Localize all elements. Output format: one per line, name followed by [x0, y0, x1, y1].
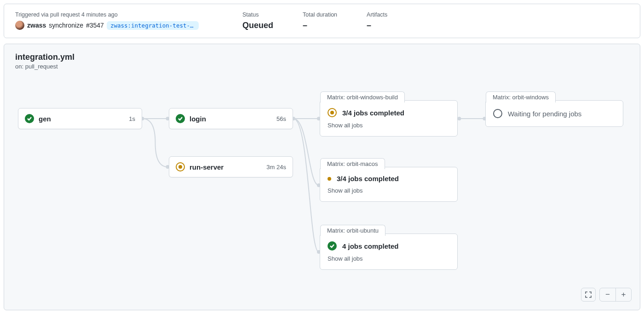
- show-all-jobs[interactable]: Show all jobs: [328, 187, 450, 194]
- trigger-user[interactable]: zwass: [27, 22, 46, 29]
- check-icon: [328, 241, 337, 251]
- running-icon: [176, 162, 185, 171]
- status-value: Queued: [242, 21, 273, 30]
- show-all-jobs[interactable]: Show all jobs: [328, 122, 450, 129]
- duration-value: –: [303, 21, 337, 30]
- trigger-label: Triggered via pull request 4 minutes ago: [15, 11, 213, 18]
- workflow-canvas[interactable]: gen 1s login 56s run-server 3m 24s Matri…: [4, 74, 640, 294]
- matrix-orbit-windows[interactable]: Matrix: orbit-windows Waiting for pendin…: [485, 100, 623, 127]
- workflow-trigger: on: pull_request: [15, 63, 629, 70]
- matrix-orbit-ubuntu[interactable]: Matrix: orbit-ubuntu 4 jobs completed Sh…: [320, 234, 458, 270]
- job-name: run-server: [190, 163, 262, 171]
- fullscreen-button[interactable]: [581, 288, 596, 302]
- fullscreen-icon: [585, 291, 592, 298]
- job-gen[interactable]: gen 1s: [18, 108, 142, 129]
- pr-number[interactable]: #3547: [86, 22, 104, 29]
- workflow-file-name: integration.yml: [15, 52, 629, 62]
- job-duration: 1s: [129, 115, 135, 122]
- job-login[interactable]: login 56s: [169, 108, 293, 129]
- matrix-title: Waiting for pending jobs: [508, 110, 581, 118]
- status-label: Status: [242, 11, 273, 18]
- status-block: Status Queued: [242, 11, 273, 30]
- job-name: login: [190, 115, 272, 123]
- check-icon: [176, 114, 185, 123]
- zoom-out-button[interactable]: −: [600, 288, 615, 301]
- job-duration: 56s: [276, 115, 286, 122]
- pending-icon: [493, 109, 502, 118]
- matrix-tab: Matrix: orbit-macos: [320, 158, 385, 169]
- zoom-controls: − +: [581, 288, 632, 302]
- workflow-header: integration.yml on: pull_request: [4, 44, 640, 74]
- matrix-tab: Matrix: orbit-windows-build: [320, 91, 405, 103]
- job-duration: 3m 24s: [266, 164, 286, 171]
- run-summary: Triggered via pull request 4 minutes ago…: [4, 4, 640, 38]
- duration-label: Total duration: [303, 11, 337, 18]
- check-icon: [25, 114, 34, 123]
- matrix-title: 3/4 jobs completed: [337, 175, 399, 182]
- trigger-action: synchronize: [49, 22, 83, 29]
- artifacts-block: Artifacts –: [367, 11, 387, 30]
- matrix-title: 4 jobs completed: [342, 242, 399, 250]
- matrix-orbit-windows-build[interactable]: Matrix: orbit-windows-build 3/4 jobs com…: [320, 100, 458, 137]
- duration-block: Total duration –: [303, 11, 337, 30]
- matrix-tab: Matrix: orbit-ubuntu: [320, 225, 385, 236]
- artifacts-value: –: [367, 21, 387, 30]
- zoom-in-button[interactable]: +: [615, 288, 631, 301]
- svg-point-7: [457, 117, 461, 120]
- matrix-orbit-macos[interactable]: Matrix: orbit-macos 3/4 jobs completed S…: [320, 167, 458, 202]
- matrix-title: 3/4 jobs completed: [342, 109, 404, 117]
- avatar[interactable]: [15, 21, 24, 30]
- matrix-tab: Matrix: orbit-windows: [486, 91, 556, 103]
- workflow-graph-panel: integration.yml on: pull_request gen 1s: [4, 44, 640, 310]
- trigger-line: zwass synchronize #3547 zwass:integratio…: [15, 21, 213, 30]
- trigger-block: Triggered via pull request 4 minutes ago…: [15, 11, 213, 30]
- running-icon: [328, 108, 337, 117]
- branch-badge[interactable]: zwass:integration-test-pa…: [107, 21, 199, 30]
- artifacts-label: Artifacts: [367, 11, 387, 18]
- job-name: gen: [39, 115, 124, 123]
- amber-dot-icon: [328, 177, 331, 181]
- show-all-jobs[interactable]: Show all jobs: [328, 255, 450, 262]
- job-run-server[interactable]: run-server 3m 24s: [169, 156, 293, 177]
